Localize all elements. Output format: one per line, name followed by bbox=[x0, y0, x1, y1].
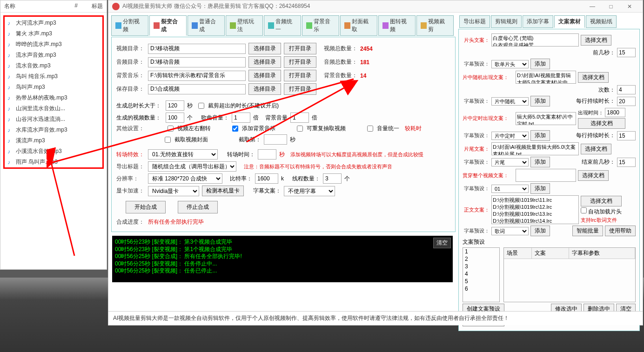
tab-封面截取[interactable]: 封面截取 bbox=[340, 15, 377, 36]
add-preset-3-button[interactable]: 添加 bbox=[530, 130, 550, 141]
tab-剪辑规则[interactable]: 剪辑规则 bbox=[491, 15, 522, 28]
add-bgm-checkbox[interactable] bbox=[232, 126, 238, 132]
cover-frame-input[interactable] bbox=[264, 134, 287, 145]
smart-batch-button[interactable]: 智能批量 bbox=[572, 226, 603, 236]
file-item[interactable]: ♪鸟叫声.mp3 bbox=[6, 82, 101, 93]
gen-count-input[interactable] bbox=[166, 113, 184, 123]
mid-random-text-input[interactable]: D:\封面\AI视频批量剪辑大师5.0\文案素材\片中 bbox=[516, 71, 576, 84]
video-select-dir-button[interactable]: 选择目录 bbox=[248, 43, 281, 54]
file-item[interactable]: ♪雨声 鸟叫声.mp3 bbox=[6, 157, 101, 167]
preset-item[interactable]: 2 bbox=[463, 255, 499, 263]
bgm-dir-input[interactable] bbox=[148, 71, 246, 81]
sub-preset-5-select[interactable]: 01 bbox=[491, 185, 529, 193]
save-dir-input[interactable] bbox=[148, 84, 246, 94]
add-preset-1-button[interactable]: 添加 bbox=[530, 59, 550, 69]
clear-log-button[interactable]: 清空 bbox=[433, 238, 451, 248]
tab-视频贴纸[interactable]: 视频贴纸 bbox=[586, 15, 617, 28]
repeat-checkbox[interactable] bbox=[297, 126, 303, 132]
sub-preset-2-select[interactable]: 片中随机 bbox=[491, 97, 529, 106]
file-item[interactable]: ♪哗哗的流水声.mp3 bbox=[6, 39, 101, 50]
mid-random-select-doc-button[interactable]: 选择文档 bbox=[578, 72, 609, 83]
sub-preset-6-select[interactable]: 歌词 bbox=[491, 227, 529, 235]
whole-select-doc-button[interactable]: 选择文档 bbox=[578, 170, 609, 181]
file-item[interactable]: ♪热带丛林的夜晚.mp3 bbox=[6, 93, 101, 103]
file-item[interactable]: ♪篝火 水声.mp3 bbox=[6, 28, 101, 39]
file-item[interactable]: ♪大河流水声.mp3 bbox=[6, 18, 101, 28]
cover-checkbox[interactable] bbox=[165, 137, 171, 143]
mid-timed-text-input[interactable]: 辑大师5.0\文案素材\片中定时.txt bbox=[516, 112, 576, 125]
minimize-button[interactable]: — bbox=[583, 3, 602, 10]
detect-gpu-button[interactable]: 检测本机显卡 bbox=[202, 186, 244, 196]
appear-time-input[interactable] bbox=[605, 108, 625, 117]
file-item[interactable]: ♪水库流水声音效.mp3 bbox=[6, 125, 101, 135]
pre-seconds-input[interactable] bbox=[617, 48, 636, 57]
preset-item[interactable]: 3 bbox=[463, 263, 499, 270]
tab-添加字幕[interactable]: 添加字幕 bbox=[523, 15, 553, 28]
audio-select-dir-button[interactable]: 选择目录 bbox=[248, 56, 281, 68]
tab-壁纸玩法[interactable]: 壁纸玩法 bbox=[226, 15, 263, 36]
body-select-doc-button[interactable]: 选择文档 bbox=[581, 196, 622, 206]
bgm-open-dir-button[interactable]: 打开目录 bbox=[284, 70, 316, 81]
save-open-dir-button[interactable]: 打开目录 bbox=[284, 83, 316, 95]
tab-图转视频[interactable]: 图转视频 bbox=[378, 15, 416, 36]
add-preset-4-button[interactable]: 添加 bbox=[530, 157, 550, 167]
row-dur-2-input[interactable] bbox=[617, 131, 636, 140]
audio-open-dir-button[interactable]: 打开目录 bbox=[284, 56, 316, 68]
crop-excess-checkbox[interactable] bbox=[198, 103, 204, 109]
tab-背景音乐[interactable]: 背景音乐 bbox=[302, 15, 339, 36]
add-preset-2-button[interactable]: 添加 bbox=[530, 96, 550, 106]
tab-音频统一[interactable]: 音频统一 bbox=[264, 15, 301, 36]
close-button[interactable]: ✕ bbox=[620, 3, 639, 10]
file-item[interactable]: ♪山谷河水迅速流淌... bbox=[6, 114, 101, 125]
preset-item[interactable]: 4 bbox=[463, 270, 499, 278]
subtitle-select[interactable]: 不使用字幕 bbox=[284, 186, 335, 196]
file-item[interactable]: ♪流水音效.mp3 bbox=[6, 60, 101, 71]
maximize-button[interactable]: □ bbox=[602, 3, 620, 10]
transition-time-input[interactable] bbox=[258, 149, 276, 159]
whole-text-input[interactable] bbox=[516, 169, 576, 182]
tail-text-input[interactable]: D:\封面\AI视频批量剪辑大师5.0\文案素材\片尾.txt bbox=[491, 142, 579, 155]
tab-视频裁剪[interactable]: 视频裁剪 bbox=[416, 15, 454, 36]
preset-item[interactable]: 6 bbox=[463, 285, 499, 292]
flip-lr-checkbox[interactable] bbox=[168, 126, 174, 132]
video-open-dir-button[interactable]: 打开目录 bbox=[284, 43, 316, 54]
head-text-input[interactable]: 白度母心咒 (梵唱) 白衣观音灵感神咒 bbox=[491, 33, 579, 46]
bitrate-input[interactable] bbox=[255, 173, 278, 184]
mid-timed-select-doc-button[interactable]: 选择文档 bbox=[578, 118, 625, 129]
file-item[interactable]: ♪山涧里流水音效山... bbox=[6, 103, 101, 114]
tab-分割视频[interactable]: 分割视频 bbox=[111, 15, 148, 36]
row-dur-1-input[interactable] bbox=[617, 97, 636, 106]
file-item[interactable]: ♪流水声音效.mp3 bbox=[6, 50, 101, 60]
bg-vol-input[interactable] bbox=[290, 113, 309, 123]
tab-导出标题[interactable]: 导出标题 bbox=[459, 15, 490, 28]
file-item[interactable]: ♪溪流声.mp3 bbox=[6, 135, 101, 146]
threads-input[interactable] bbox=[323, 173, 342, 184]
sub-preset-3-select[interactable]: 片中定时 bbox=[491, 132, 529, 140]
add-preset-5-button[interactable]: 添加 bbox=[530, 183, 550, 194]
tab-裂变合成[interactable]: 裂变合成 bbox=[149, 15, 187, 36]
vol-unify-checkbox[interactable] bbox=[367, 126, 373, 132]
file-item[interactable]: ♪鸟叫 纯音乐.mp3 bbox=[6, 71, 101, 82]
sub-preset-1-select[interactable]: 歌单片头 bbox=[491, 60, 529, 68]
file-item[interactable]: ♪小溪流水音效.mp3 bbox=[6, 146, 101, 157]
times-input[interactable] bbox=[617, 85, 636, 94]
preset-list[interactable]: 123456 bbox=[463, 247, 500, 302]
auto-load-head-checkbox[interactable] bbox=[581, 207, 587, 213]
transition-select[interactable]: 01.无特效直接转 bbox=[148, 149, 218, 159]
tab-普通合成[interactable]: 普通合成 bbox=[188, 15, 225, 36]
body-text-input[interactable]: D:\分割视频\1019lrc\11.lrc D:\分割视频\1019lrc\1… bbox=[491, 195, 579, 224]
export-title-select[interactable]: 随机组合生成（调用导出标题） bbox=[148, 161, 236, 172]
start-compose-button[interactable]: 开始合成 bbox=[126, 201, 166, 213]
total-duration-input[interactable] bbox=[166, 100, 184, 111]
preset-item[interactable]: 1 bbox=[463, 248, 499, 255]
video-dir-input[interactable] bbox=[148, 44, 246, 54]
end-sec-input[interactable] bbox=[617, 158, 636, 167]
song-vol-input[interactable] bbox=[232, 113, 250, 123]
resolution-select[interactable]: 标准 1280*720 合成快 bbox=[148, 173, 222, 184]
head-select-doc-button[interactable]: 选择文档 bbox=[581, 35, 611, 46]
save-select-dir-button[interactable]: 选择目录 bbox=[248, 83, 281, 95]
stop-compose-button[interactable]: 停止合成 bbox=[178, 201, 218, 213]
add-preset-6-button[interactable]: 添加 bbox=[530, 226, 550, 236]
tab-文案素材[interactable]: 文案素材 bbox=[554, 15, 585, 28]
preset-item[interactable]: 5 bbox=[463, 278, 499, 285]
